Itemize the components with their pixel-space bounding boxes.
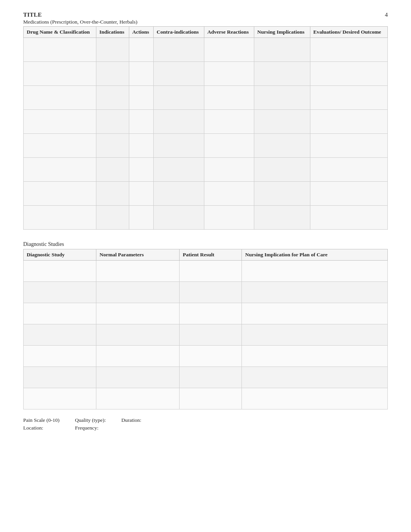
pain-fields: Pain Scale (0-10) Location: Quality (typ… bbox=[23, 417, 388, 431]
med-cell[interactable] bbox=[153, 62, 204, 86]
med-cell[interactable] bbox=[24, 110, 96, 134]
med-section-label: Medications (Prescription, Over-the-Coun… bbox=[23, 19, 388, 25]
med-col-eval: Evaluations/ Desired Outcome bbox=[310, 27, 387, 38]
med-cell[interactable] bbox=[310, 134, 387, 158]
med-cell[interactable] bbox=[129, 158, 153, 182]
diag-cell[interactable] bbox=[180, 282, 242, 303]
med-cell[interactable] bbox=[129, 86, 153, 110]
med-cell[interactable] bbox=[310, 62, 387, 86]
med-cell[interactable] bbox=[310, 182, 387, 206]
med-cell[interactable] bbox=[204, 158, 254, 182]
med-cell[interactable] bbox=[204, 86, 254, 110]
diag-cell[interactable] bbox=[242, 282, 388, 303]
diag-cell[interactable] bbox=[242, 367, 388, 388]
med-cell[interactable] bbox=[254, 206, 310, 230]
page-title: TITLE bbox=[23, 12, 42, 18]
med-cell[interactable] bbox=[153, 38, 204, 62]
diag-cell[interactable] bbox=[180, 367, 242, 388]
med-cell[interactable] bbox=[96, 206, 129, 230]
med-cell[interactable] bbox=[254, 86, 310, 110]
med-cell[interactable] bbox=[96, 134, 129, 158]
diag-cell[interactable] bbox=[24, 367, 96, 388]
med-cell[interactable] bbox=[254, 38, 310, 62]
med-cell[interactable] bbox=[96, 62, 129, 86]
diag-cell[interactable] bbox=[180, 388, 242, 409]
med-cell[interactable] bbox=[24, 134, 96, 158]
med-cell[interactable] bbox=[204, 62, 254, 86]
diag-cell[interactable] bbox=[242, 261, 388, 282]
med-cell[interactable] bbox=[96, 86, 129, 110]
med-col-adverse: Adverse Reactions bbox=[204, 27, 254, 38]
med-cell[interactable] bbox=[254, 158, 310, 182]
quality-label: Quality (type): bbox=[75, 417, 106, 423]
med-cell[interactable] bbox=[204, 110, 254, 134]
diag-cell[interactable] bbox=[24, 282, 96, 303]
med-cell[interactable] bbox=[129, 182, 153, 206]
med-cell[interactable] bbox=[153, 110, 204, 134]
diag-cell[interactable] bbox=[180, 346, 242, 367]
diag-cell[interactable] bbox=[242, 346, 388, 367]
diag-cell[interactable] bbox=[96, 282, 180, 303]
med-cell[interactable] bbox=[24, 86, 96, 110]
med-row bbox=[24, 134, 388, 158]
med-cell[interactable] bbox=[153, 134, 204, 158]
diag-cell[interactable] bbox=[180, 261, 242, 282]
diag-cell[interactable] bbox=[96, 388, 180, 409]
med-cell[interactable] bbox=[96, 158, 129, 182]
diag-cell[interactable] bbox=[242, 303, 388, 324]
med-cell[interactable] bbox=[153, 86, 204, 110]
diag-cell[interactable] bbox=[180, 324, 242, 346]
med-cell[interactable] bbox=[24, 206, 96, 230]
med-cell[interactable] bbox=[204, 38, 254, 62]
med-cell[interactable] bbox=[310, 86, 387, 110]
med-cell[interactable] bbox=[153, 182, 204, 206]
diag-cell[interactable] bbox=[96, 324, 180, 346]
med-cell[interactable] bbox=[204, 134, 254, 158]
diag-cell[interactable] bbox=[242, 324, 388, 346]
diag-cell[interactable] bbox=[242, 388, 388, 409]
med-cell[interactable] bbox=[129, 38, 153, 62]
med-cell[interactable] bbox=[96, 182, 129, 206]
diag-cell[interactable] bbox=[24, 261, 96, 282]
med-cell[interactable] bbox=[310, 110, 387, 134]
med-cell[interactable] bbox=[153, 206, 204, 230]
med-cell[interactable] bbox=[153, 158, 204, 182]
med-row bbox=[24, 110, 388, 134]
med-cell[interactable] bbox=[24, 38, 96, 62]
location-label: Location: bbox=[23, 425, 60, 431]
med-cell[interactable] bbox=[96, 38, 129, 62]
med-cell[interactable] bbox=[310, 158, 387, 182]
med-cell[interactable] bbox=[204, 206, 254, 230]
med-cell[interactable] bbox=[254, 134, 310, 158]
med-cell[interactable] bbox=[129, 206, 153, 230]
med-cell[interactable] bbox=[129, 134, 153, 158]
med-cell[interactable] bbox=[310, 38, 387, 62]
med-cell[interactable] bbox=[96, 110, 129, 134]
diag-cell[interactable] bbox=[96, 261, 180, 282]
diag-cell[interactable] bbox=[24, 388, 96, 409]
diag-cell[interactable] bbox=[180, 303, 242, 324]
med-cell[interactable] bbox=[24, 62, 96, 86]
med-cell[interactable] bbox=[254, 110, 310, 134]
med-cell[interactable] bbox=[129, 62, 153, 86]
med-cell[interactable] bbox=[254, 62, 310, 86]
diag-cell[interactable] bbox=[24, 303, 96, 324]
diag-row bbox=[24, 388, 388, 409]
med-cell[interactable] bbox=[24, 182, 96, 206]
med-cell[interactable] bbox=[204, 182, 254, 206]
diag-col-nursing: Nursing Implication for Plan of Care bbox=[242, 249, 388, 261]
med-col-nursing: Nursing Implications bbox=[254, 27, 310, 38]
med-cell[interactable] bbox=[310, 206, 387, 230]
diag-row bbox=[24, 346, 388, 367]
med-cell[interactable] bbox=[254, 182, 310, 206]
diag-cell[interactable] bbox=[24, 324, 96, 346]
med-cell[interactable] bbox=[24, 158, 96, 182]
diag-cell[interactable] bbox=[96, 303, 180, 324]
diag-cell[interactable] bbox=[24, 346, 96, 367]
pain-scale-label: Pain Scale (0-10) bbox=[23, 417, 60, 423]
diag-col-study: Diagnostic Study bbox=[24, 249, 96, 261]
diag-row bbox=[24, 324, 388, 346]
diag-cell[interactable] bbox=[96, 367, 180, 388]
med-cell[interactable] bbox=[129, 110, 153, 134]
diag-cell[interactable] bbox=[96, 346, 180, 367]
